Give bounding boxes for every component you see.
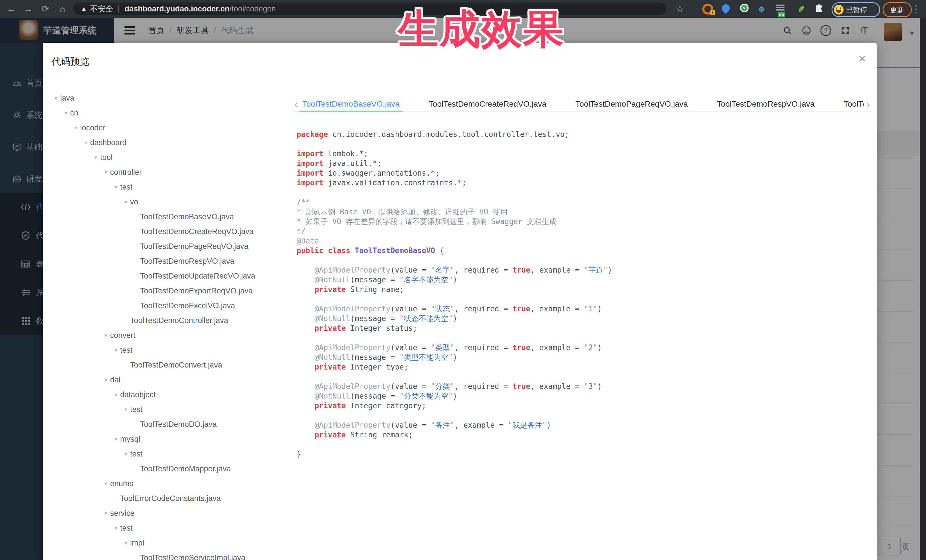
extension-orange-icon[interactable]: 1: [702, 4, 713, 14]
file-tabs: ToolTestDemoBaseVO.javaToolTestDemoCreat…: [299, 96, 864, 112]
tree-file[interactable]: ToolTestDemoExcelVO.java: [43, 298, 294, 313]
tree-label: cn: [70, 109, 79, 118]
extension-diamond-icon[interactable]: ❖: [758, 5, 768, 15]
tree-folder[interactable]: ▾iocoder: [43, 120, 294, 135]
caret-down-icon[interactable]: ▾: [62, 110, 70, 116]
extensions-puzzle-icon[interactable]: [814, 4, 825, 14]
tree-folder[interactable]: ▾test: [43, 447, 294, 461]
reload-icon[interactable]: ⟳: [38, 0, 53, 18]
url-bar[interactable]: ▲ 不安全 dashboard.yudao.iocoder.cn /tool/c…: [73, 3, 666, 15]
tree-file[interactable]: ToolTestDemoPageReqVO.java: [43, 239, 294, 254]
back-icon[interactable]: ←: [4, 0, 18, 18]
tree-label: test: [120, 524, 133, 533]
tree-folder[interactable]: ▾convert: [43, 328, 294, 343]
forward-icon[interactable]: →: [21, 0, 35, 18]
tree-folder[interactable]: ▾cn: [43, 106, 294, 120]
paused-label: 已暂停: [846, 5, 867, 15]
caret-down-icon[interactable]: ▾: [82, 139, 90, 146]
tree-file[interactable]: ToolTestDemoUpdateReqVO.java: [43, 269, 294, 284]
tree-folder[interactable]: ▾test: [43, 180, 294, 195]
tree-file[interactable]: ToolTestDemoController.java: [43, 313, 294, 328]
url-path: /tool/codegen: [229, 5, 275, 14]
code-line: private String name;: [297, 285, 612, 294]
tree-folder[interactable]: ▾dataobject: [43, 387, 294, 402]
browser-update-button[interactable]: 更新: [883, 2, 912, 17]
tree-file[interactable]: ToolTestDemoConvert.java: [43, 358, 294, 372]
code-line: @ApiModelProperty(value = "分类", required…: [297, 382, 612, 391]
file-tab[interactable]: ToolTestDemoRespVO.java: [713, 96, 818, 112]
tree-folder[interactable]: ▾controller: [43, 165, 294, 180]
caret-down-icon[interactable]: ▾: [101, 480, 110, 487]
caret-down-icon[interactable]: ▾: [112, 436, 120, 442]
code-line: [297, 372, 612, 382]
tree-folder[interactable]: ▾java: [43, 91, 294, 106]
tree-folder[interactable]: ▾dal: [43, 372, 294, 387]
tree-folder[interactable]: ▾test: [43, 343, 294, 358]
tree-file[interactable]: ToolTestDemoServiceImpl.java: [43, 550, 294, 560]
caret-down-icon[interactable]: ▾: [121, 450, 130, 457]
tabs-scroll-right-icon[interactable]: ›: [867, 99, 870, 110]
file-tab[interactable]: ToolTestDemoPageReqVO.java: [572, 96, 691, 112]
code-line: * 测试示例 Base VO，提供给添加、修改、详细的子 VO 使用: [297, 207, 612, 217]
code-line: @ApiModelProperty(value = "名字", required…: [297, 265, 612, 275]
caret-down-icon[interactable]: ▾: [112, 525, 120, 531]
caret-down-icon[interactable]: ▾: [101, 510, 110, 517]
tree-file[interactable]: ToolTestDemoExportReqVO.java: [43, 284, 294, 298]
caret-down-icon[interactable]: ▾: [72, 124, 80, 131]
tree-folder[interactable]: ▾tool: [43, 150, 294, 165]
update-label: 更新: [890, 5, 904, 15]
code-line: private String remark;: [297, 430, 612, 440]
kebab-menu-icon[interactable]: ⋮: [909, 0, 923, 18]
caret-down-icon[interactable]: ▾: [101, 332, 110, 339]
tree-label: iocoder: [80, 124, 106, 132]
extension-sprout-icon[interactable]: [796, 4, 806, 14]
caret-down-icon[interactable]: ▾: [121, 406, 130, 413]
file-tab[interactable]: ToolTestDemoUpdateReqVO.java: [840, 96, 864, 112]
tree-label: test: [120, 346, 133, 355]
caret-down-icon[interactable]: ▾: [112, 391, 120, 398]
code-line: @ApiModelProperty(value = "类型", required…: [297, 343, 612, 352]
tree-file[interactable]: ToolTestDemoMapper.java: [43, 461, 294, 476]
tree-file[interactable]: ToolTestDemoCreateReqVO.java: [43, 224, 294, 239]
code-line: [297, 440, 612, 449]
tampermonkey-paused-chip[interactable]: 已暂停: [832, 2, 880, 17]
tree-file[interactable]: ToolTestDemoRespVO.java: [43, 254, 294, 269]
caret-down-icon[interactable]: ▾: [51, 95, 60, 101]
caret-down-icon[interactable]: ▾: [121, 539, 130, 546]
url-host: dashboard.yudao.iocoder.cn: [125, 5, 230, 14]
caret-down-icon[interactable]: ▾: [121, 198, 130, 205]
tree-file[interactable]: ToolErrorCodeConstants.java: [43, 491, 294, 506]
extension-list-icon[interactable]: on: [776, 4, 786, 14]
file-tab[interactable]: ToolTestDemoCreateReqVO.java: [425, 96, 550, 112]
tree-folder[interactable]: ▾enums: [43, 476, 294, 491]
code-line: @Data: [297, 236, 612, 246]
tabs-scroll-left-icon[interactable]: ‹: [294, 99, 298, 110]
tree-folder[interactable]: ▾impl: [43, 536, 294, 550]
bookmark-star-icon[interactable]: ☆: [673, 0, 687, 18]
home-icon[interactable]: ⌂: [55, 0, 70, 18]
caret-down-icon[interactable]: ▾: [101, 169, 110, 176]
caret-down-icon[interactable]: ▾: [92, 154, 100, 161]
tree-file[interactable]: ToolTestDemoBaseVO.java: [43, 209, 294, 224]
code-line: @ApiModelProperty(value = "状态", required…: [297, 304, 612, 314]
caret-down-icon[interactable]: ▾: [112, 347, 120, 353]
tree-folder[interactable]: ▾test: [43, 521, 294, 536]
security-label[interactable]: 不安全: [90, 4, 113, 14]
file-tab[interactable]: ToolTestDemoBaseVO.java: [299, 96, 403, 112]
caret-down-icon[interactable]: ▾: [101, 376, 110, 383]
tree-label: tool: [100, 153, 113, 162]
caret-down-icon[interactable]: ▾: [112, 184, 120, 190]
code-line: import javax.validation.constraints.*;: [297, 178, 612, 188]
code-line: [297, 255, 612, 265]
code-line: @NotNull(message = "类型不能为空"): [297, 352, 612, 362]
tree-folder[interactable]: ▾service: [43, 506, 294, 521]
tree-folder[interactable]: ▾test: [43, 402, 294, 417]
close-icon[interactable]: ✕: [858, 53, 866, 65]
extension-pin-icon[interactable]: [722, 4, 732, 15]
tree-folder[interactable]: ▾dashboard: [43, 135, 294, 150]
tree-file[interactable]: ToolTestDemoDO.java: [43, 417, 294, 432]
tree-label: vo: [130, 198, 138, 207]
extension-green-icon[interactable]: v: [740, 4, 750, 14]
tree-folder[interactable]: ▾vo: [43, 195, 294, 209]
tree-folder[interactable]: ▾mysql: [43, 432, 294, 447]
